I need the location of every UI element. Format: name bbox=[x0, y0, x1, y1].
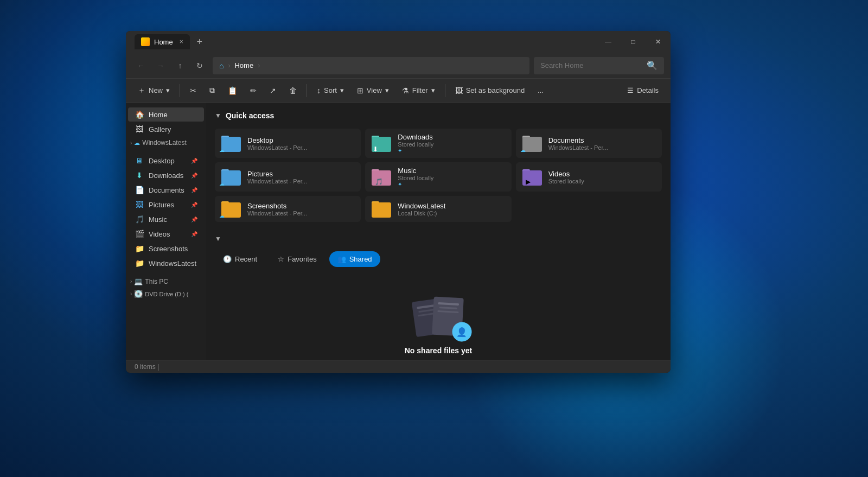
background-icon: 🖼 bbox=[455, 86, 463, 95]
person-avatar: 👤 bbox=[452, 321, 473, 342]
new-button[interactable]: ＋ New ▾ bbox=[132, 83, 175, 98]
rename-button[interactable]: ✏ bbox=[245, 84, 262, 98]
folder-thumbnail-windowslatest bbox=[371, 200, 392, 218]
quick-access-chevron[interactable]: ▼ bbox=[215, 112, 221, 119]
tab-recent[interactable]: 🕐 Recent bbox=[215, 251, 265, 267]
pictures-icon: 🖼 bbox=[135, 200, 144, 209]
home-address-icon: ⌂ bbox=[219, 61, 224, 70]
address-bar[interactable]: ⌂ › Home › bbox=[213, 57, 529, 74]
new-tab-button[interactable]: + bbox=[192, 34, 207, 49]
folder-thumbnail-pictures: ☁ bbox=[220, 168, 242, 186]
cut-button[interactable]: ✂ bbox=[184, 84, 202, 98]
sidebar-label-gallery: Gallery bbox=[149, 125, 197, 133]
title-bar: Home × + — □ ✕ bbox=[126, 31, 671, 53]
address-path: Home bbox=[234, 61, 253, 69]
view-button[interactable]: ⊞ View ▾ bbox=[352, 84, 394, 98]
refresh-button[interactable]: ↻ bbox=[191, 57, 208, 74]
tab-favorites[interactable]: ☆ Favorites bbox=[270, 251, 324, 267]
quick-item-desktop[interactable]: ☁ Desktop WindowsLatest - Per... bbox=[215, 129, 361, 158]
cloud-sync-documents-icon: ☁ bbox=[520, 147, 526, 153]
quick-item-music[interactable]: 🎵 Music Stored locally ✦ bbox=[365, 162, 511, 192]
sidebar-label-cloud: WindowsLatest bbox=[142, 139, 186, 147]
pin-icon-desktop: 📌 bbox=[191, 158, 197, 164]
sidebar-item-windowslatest[interactable]: 📁 WindowsLatest bbox=[128, 256, 204, 270]
sidebar-expand-cloud[interactable]: › ☁ WindowsLatest bbox=[126, 137, 206, 149]
sort-chevron: ▾ bbox=[340, 86, 344, 94]
background-label: Set as background bbox=[466, 86, 525, 94]
quick-item-screenshots-sub: WindowsLatest - Per... bbox=[247, 210, 355, 217]
quick-item-screenshots-info: Screenshots WindowsLatest - Per... bbox=[247, 202, 355, 217]
quick-item-documents-name: Documents bbox=[548, 136, 656, 144]
sidebar-item-videos[interactable]: 🎬 Videos 📌 bbox=[128, 227, 204, 241]
quick-item-downloads[interactable]: ⬇ Downloads Stored locally ✦ bbox=[365, 129, 511, 158]
pin-icon-documents: 📌 bbox=[191, 187, 197, 193]
address-sep1: › bbox=[228, 62, 230, 69]
copy-button[interactable]: ⧉ bbox=[204, 83, 220, 98]
tab-shared[interactable]: 👥 Shared bbox=[329, 251, 380, 267]
quick-item-desktop-sub: WindowsLatest - Per... bbox=[247, 144, 355, 151]
filter-chevron: ▾ bbox=[431, 86, 435, 94]
quick-item-music-info: Music Stored locally ✦ bbox=[398, 167, 506, 187]
sidebar-item-screenshots[interactable]: 📁 Screenshots bbox=[128, 241, 204, 256]
title-tab[interactable]: Home × bbox=[135, 34, 190, 49]
close-button[interactable]: ✕ bbox=[646, 31, 671, 53]
delete-button[interactable]: 🗑 bbox=[284, 84, 302, 98]
copy-icon: ⧉ bbox=[209, 86, 215, 95]
sidebar-expand-thispc[interactable]: › 💻 This PC bbox=[126, 275, 206, 288]
sidebar-item-desktop[interactable]: 🖥 Desktop 📌 bbox=[128, 154, 204, 168]
sidebar-item-gallery[interactable]: 🖼 Gallery bbox=[128, 122, 204, 136]
up-button[interactable]: ↑ bbox=[171, 57, 189, 74]
search-bar[interactable]: 🔍 bbox=[534, 57, 664, 74]
sidebar-label-dvd: DVD Drive (D:) ( bbox=[145, 291, 188, 297]
quick-item-pictures-info: Pictures WindowsLatest - Per... bbox=[247, 170, 355, 185]
desktop-icon: 🖥 bbox=[135, 156, 144, 165]
quick-item-videos[interactable]: ▶ Videos Stored locally bbox=[516, 162, 662, 192]
forward-button[interactable]: → bbox=[152, 57, 169, 74]
more-button[interactable]: ... bbox=[532, 84, 549, 97]
more-icon: ... bbox=[538, 86, 544, 94]
files-section-header: ▼ bbox=[215, 235, 662, 243]
back-button[interactable]: ← bbox=[132, 57, 150, 74]
paste-button[interactable]: 📋 bbox=[222, 84, 242, 98]
address-sep2: › bbox=[258, 62, 260, 69]
tab-close-icon[interactable]: × bbox=[180, 38, 183, 46]
background-button[interactable]: 🖼 Set as background bbox=[450, 84, 530, 98]
quick-item-screenshots[interactable]: ☁ Screenshots WindowsLatest - Per... bbox=[215, 196, 361, 222]
details-label: Details bbox=[637, 86, 659, 94]
quick-item-downloads-info: Downloads Stored locally ✦ bbox=[398, 133, 506, 154]
explorer-window: Home × + — □ ✕ ← → ↑ ↻ ⌂ › Home › 🔍 ＋ N bbox=[126, 31, 671, 373]
quick-item-music-extra: ✦ bbox=[398, 181, 506, 187]
sidebar: 🏠 Home 🖼 Gallery › ☁ WindowsLatest 🖥 Des… bbox=[126, 103, 206, 360]
sidebar-label-documents: Documents bbox=[149, 186, 187, 194]
filter-button[interactable]: ⚗ Filter ▾ bbox=[397, 84, 441, 98]
quick-item-windowslatest[interactable]: WindowsLatest Local Disk (C:) bbox=[365, 196, 511, 222]
screenshots-icon: 📁 bbox=[135, 244, 144, 253]
sidebar-item-pictures[interactable]: 🖼 Pictures 📌 bbox=[128, 198, 204, 212]
sidebar-item-documents[interactable]: 📄 Documents 📌 bbox=[128, 183, 204, 197]
files-chevron[interactable]: ▼ bbox=[215, 235, 221, 243]
quick-item-windowslatest-info: WindowsLatest Local Disk (C:) bbox=[398, 202, 506, 217]
sidebar-item-downloads[interactable]: ⬇ Downloads 📌 bbox=[128, 168, 204, 182]
sidebar-expand-dvd[interactable]: › 💽 DVD Drive (D:) ( bbox=[126, 288, 206, 300]
maximize-button[interactable]: □ bbox=[621, 31, 646, 53]
quick-item-documents[interactable]: ☁ Documents WindowsLatest - Per... bbox=[516, 129, 662, 158]
quick-item-downloads-extra: ✦ bbox=[398, 148, 506, 154]
empty-state-title: No shared files yet bbox=[405, 346, 473, 355]
thispc-icon: 💻 bbox=[134, 277, 143, 285]
sort-button[interactable]: ↕ Sort ▾ bbox=[311, 84, 349, 98]
folder-thumbnail-music: 🎵 bbox=[371, 168, 392, 186]
quick-item-music-name: Music bbox=[398, 167, 506, 175]
sidebar-label-home: Home bbox=[149, 111, 197, 119]
minimize-button[interactable]: — bbox=[596, 31, 621, 53]
share-button[interactable]: ↗ bbox=[264, 84, 282, 98]
details-button[interactable]: ☰ Details bbox=[622, 84, 664, 97]
sidebar-label-downloads: Downloads bbox=[149, 171, 187, 180]
quick-item-pictures[interactable]: ☁ Pictures WindowsLatest - Per... bbox=[215, 162, 361, 192]
status-bar: 0 items | bbox=[126, 360, 671, 373]
sidebar-item-home[interactable]: 🏠 Home bbox=[128, 107, 204, 122]
share-icon: ↗ bbox=[270, 86, 276, 95]
sidebar-item-music[interactable]: 🎵 Music 📌 bbox=[128, 212, 204, 226]
pin-icon-downloads: 📌 bbox=[191, 173, 197, 179]
search-input[interactable] bbox=[540, 61, 642, 69]
video-play-icon: ▶ bbox=[526, 178, 531, 186]
